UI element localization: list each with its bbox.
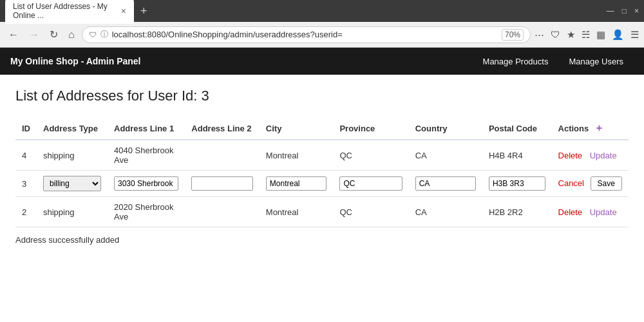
close-window-button[interactable]: × xyxy=(634,6,639,15)
address-bar[interactable] xyxy=(112,30,498,39)
app-title: My Online Shop - Admin Panel xyxy=(10,56,473,66)
browser-toolbar: ← → ↻ ⌂ 🛡 ⓘ 70% ⋯ 🛡 ★ ☵ ▦ 👤 ☰ xyxy=(0,22,644,48)
col-city: City xyxy=(260,117,334,140)
cell-line1: 2020 Sherbrook Ave xyxy=(108,197,185,227)
province-input[interactable] xyxy=(339,176,402,191)
col-id: ID xyxy=(15,117,37,140)
cell-id: 2 xyxy=(15,197,37,227)
table-header-row: ID Address Type Address Line 1 Address L… xyxy=(15,117,629,140)
zoom-level[interactable]: 70% xyxy=(502,29,524,41)
tab-sync-icon[interactable]: ▦ xyxy=(596,29,605,41)
col-line1: Address Line 1 xyxy=(108,117,185,140)
cell-country-edit[interactable] xyxy=(409,171,482,197)
table-row: 3 billingshipping xyxy=(15,171,629,197)
country-input[interactable] xyxy=(415,176,476,191)
header-nav: Manage Products Manage Users xyxy=(473,49,634,74)
line1-input[interactable] xyxy=(114,176,178,191)
reading-list-icon[interactable]: ☵ xyxy=(582,29,590,41)
address-bar-container[interactable]: 🛡 ⓘ 70% xyxy=(82,26,531,43)
save-button[interactable]: Save xyxy=(591,176,622,191)
table-row: 4 shipping 4040 Sherbrook Ave Montreal Q… xyxy=(15,140,629,171)
cell-actions: Delete Update xyxy=(552,197,629,227)
postal-input[interactable] xyxy=(489,176,545,191)
security-icon: 🛡 xyxy=(89,30,97,39)
cell-type: shipping xyxy=(37,197,108,227)
app-header: My Online Shop - Admin Panel Manage Prod… xyxy=(0,48,644,75)
bookmark-shield-icon[interactable]: 🛡 xyxy=(551,29,560,40)
maximize-button[interactable]: □ xyxy=(622,6,627,15)
cell-province: QC xyxy=(333,197,408,227)
col-address-type: Address Type xyxy=(37,117,108,140)
cell-city: Montreal xyxy=(260,197,334,227)
new-tab-button[interactable]: + xyxy=(137,5,151,18)
success-message: Address successfully added xyxy=(15,235,629,245)
col-country: Country xyxy=(409,117,482,140)
home-button[interactable]: ⌂ xyxy=(65,28,78,42)
col-line2: Address Line 2 xyxy=(185,117,260,140)
toolbar-icons: ⋯ 🛡 ★ ☵ ▦ 👤 ☰ xyxy=(535,29,639,41)
active-tab[interactable]: List of User Addresses - My Online ... × xyxy=(5,0,134,24)
manage-products-link[interactable]: Manage Products xyxy=(473,49,559,74)
cell-type: shipping xyxy=(37,140,108,171)
main-content: List of Addresses for User Id: 3 ID Addr… xyxy=(0,75,644,258)
cell-actions: Delete Update xyxy=(552,140,629,171)
type-select[interactable]: billingshipping xyxy=(43,176,101,191)
line2-input[interactable] xyxy=(191,176,253,191)
cell-id: 3 xyxy=(15,171,37,197)
info-icon: ⓘ xyxy=(100,29,108,40)
update-button[interactable]: Update xyxy=(590,207,617,217)
delete-button[interactable]: Delete xyxy=(558,207,583,217)
menu-icon[interactable]: ☰ xyxy=(630,29,639,41)
addresses-table: ID Address Type Address Line 1 Address L… xyxy=(15,117,629,227)
cell-id: 4 xyxy=(15,140,37,171)
city-input[interactable] xyxy=(266,176,327,191)
col-actions: Actions + xyxy=(552,117,629,140)
cell-postal: H4B 4R4 xyxy=(482,140,552,171)
more-button[interactable]: ⋯ xyxy=(535,29,544,41)
cell-city: Montreal xyxy=(260,140,334,171)
cell-line2 xyxy=(185,140,260,171)
browser-titlebar: List of User Addresses - My Online ... ×… xyxy=(0,0,644,22)
tab-close-button[interactable]: × xyxy=(121,6,126,15)
cell-postal: H2B 2R2 xyxy=(482,197,552,227)
cell-postal-edit[interactable] xyxy=(482,171,552,197)
minimize-button[interactable]: — xyxy=(607,6,614,15)
update-button[interactable]: Update xyxy=(590,151,617,160)
cell-actions-edit: Cancel Save xyxy=(552,171,629,197)
reload-button[interactable]: ↻ xyxy=(46,27,61,42)
col-postal: Postal Code xyxy=(482,117,552,140)
cell-city-edit[interactable] xyxy=(260,171,334,197)
cell-line1-edit[interactable] xyxy=(108,171,185,197)
cell-line2-edit[interactable] xyxy=(185,171,260,197)
account-icon[interactable]: 👤 xyxy=(612,29,624,41)
back-button[interactable]: ← xyxy=(5,28,22,42)
manage-users-link[interactable]: Manage Users xyxy=(558,49,634,74)
cell-type-edit[interactable]: billingshipping xyxy=(37,171,108,197)
cell-province-edit[interactable] xyxy=(333,171,408,197)
cancel-button[interactable]: Cancel xyxy=(558,178,584,188)
forward-button[interactable]: → xyxy=(26,28,43,42)
cell-country: CA xyxy=(409,197,482,227)
cell-country: CA xyxy=(409,140,482,171)
page-title: List of Addresses for User Id: 3 xyxy=(15,88,629,104)
table-row: 2 shipping 2020 Sherbrook Ave Montreal Q… xyxy=(15,197,629,227)
cell-line2 xyxy=(185,197,260,227)
cell-province: QC xyxy=(333,140,408,171)
add-address-icon[interactable]: + xyxy=(596,122,602,133)
window-controls: — □ × xyxy=(607,6,639,15)
cell-line1: 4040 Sherbrook Ave xyxy=(108,140,185,171)
col-province: Province xyxy=(333,117,408,140)
tab-title: List of User Addresses - My Online ... xyxy=(13,2,116,20)
star-icon[interactable]: ★ xyxy=(567,29,575,41)
delete-button[interactable]: Delete xyxy=(558,151,583,160)
